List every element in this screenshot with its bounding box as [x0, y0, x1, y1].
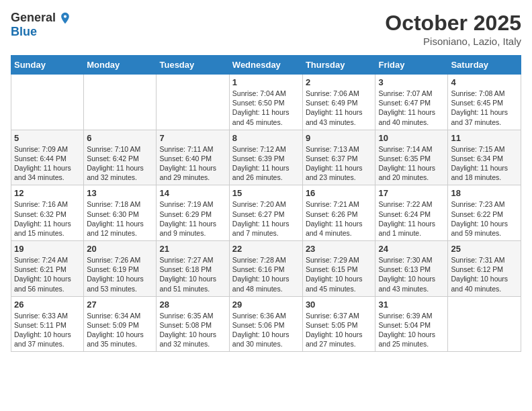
day-number: 4 — [451, 77, 518, 87]
calendar-cell: 3Sunrise: 7:07 AMSunset: 6:47 PMDaylight… — [375, 75, 448, 130]
day-number: 21 — [159, 244, 226, 254]
calendar-cell — [84, 75, 157, 130]
calendar-cell: 17Sunrise: 7:22 AMSunset: 6:24 PMDayligh… — [375, 185, 448, 241]
day-info: Sunrise: 7:16 AMSunset: 6:32 PMDaylight:… — [14, 199, 81, 238]
calendar-cell: 12Sunrise: 7:16 AMSunset: 6:32 PMDayligh… — [11, 185, 84, 241]
day-info: Sunrise: 7:18 AMSunset: 6:30 PMDaylight:… — [87, 199, 153, 238]
day-number: 23 — [306, 244, 373, 254]
logo-blue: Blue — [11, 25, 37, 39]
calendar-cell: 20Sunrise: 7:26 AMSunset: 6:19 PMDayligh… — [84, 241, 157, 297]
page-header: General Blue October 2025 Pisoniano, Laz… — [11, 11, 521, 47]
calendar-cell: 14Sunrise: 7:19 AMSunset: 6:29 PMDayligh… — [157, 185, 229, 241]
calendar-cell: 2Sunrise: 7:06 AMSunset: 6:49 PMDaylight… — [302, 75, 375, 130]
calendar-cell: 21Sunrise: 7:27 AMSunset: 6:18 PMDayligh… — [157, 241, 229, 297]
day-number: 27 — [87, 300, 153, 310]
logo: General Blue — [11, 11, 72, 39]
day-number: 3 — [378, 77, 445, 87]
day-number: 30 — [306, 300, 373, 310]
calendar-week-4: 19Sunrise: 7:24 AMSunset: 6:21 PMDayligh… — [11, 241, 521, 297]
day-info: Sunrise: 7:21 AMSunset: 6:26 PMDaylight:… — [306, 199, 373, 238]
calendar-cell: 30Sunrise: 6:37 AMSunset: 5:05 PMDayligh… — [302, 296, 375, 352]
day-number: 19 — [14, 244, 81, 254]
day-number: 24 — [378, 244, 445, 254]
day-info: Sunrise: 6:36 AMSunset: 5:06 PMDaylight:… — [232, 311, 300, 349]
day-number: 18 — [451, 188, 518, 198]
day-number: 14 — [159, 188, 226, 198]
day-info: Sunrise: 7:13 AMSunset: 6:37 PMDaylight:… — [306, 144, 373, 183]
day-number: 28 — [159, 300, 226, 310]
day-info: Sunrise: 6:37 AMSunset: 5:05 PMDaylight:… — [306, 311, 373, 349]
day-number: 7 — [159, 133, 226, 143]
calendar-cell: 26Sunrise: 6:33 AMSunset: 5:11 PMDayligh… — [11, 296, 84, 352]
calendar-cell: 29Sunrise: 6:36 AMSunset: 5:06 PMDayligh… — [229, 296, 302, 352]
calendar-cell: 23Sunrise: 7:29 AMSunset: 6:15 PMDayligh… — [302, 241, 375, 297]
weekday-header-tuesday: Tuesday — [157, 56, 229, 75]
calendar-cell: 7Sunrise: 7:11 AMSunset: 6:40 PMDaylight… — [157, 130, 229, 185]
logo-icon — [58, 11, 72, 25]
calendar-cell: 8Sunrise: 7:12 AMSunset: 6:39 PMDaylight… — [229, 130, 302, 185]
calendar-cell: 31Sunrise: 6:39 AMSunset: 5:04 PMDayligh… — [375, 296, 448, 352]
day-info: Sunrise: 7:04 AMSunset: 6:50 PMDaylight:… — [232, 89, 300, 127]
calendar-cell: 16Sunrise: 7:21 AMSunset: 6:26 PMDayligh… — [302, 185, 375, 241]
calendar-cell: 28Sunrise: 6:35 AMSunset: 5:08 PMDayligh… — [157, 296, 229, 352]
day-number: 1 — [232, 77, 300, 87]
day-info: Sunrise: 7:22 AMSunset: 6:24 PMDaylight:… — [378, 199, 445, 238]
day-info: Sunrise: 6:33 AMSunset: 5:11 PMDaylight:… — [14, 311, 81, 349]
calendar-cell: 10Sunrise: 7:14 AMSunset: 6:35 PMDayligh… — [375, 130, 448, 185]
day-info: Sunrise: 7:29 AMSunset: 6:15 PMDaylight:… — [306, 255, 373, 293]
weekday-header-monday: Monday — [84, 56, 157, 75]
weekday-header-saturday: Saturday — [448, 56, 521, 75]
day-number: 13 — [87, 188, 153, 198]
day-number: 17 — [378, 188, 445, 198]
day-info: Sunrise: 6:35 AMSunset: 5:08 PMDaylight:… — [159, 311, 226, 349]
day-number: 6 — [87, 133, 153, 143]
calendar-week-3: 12Sunrise: 7:16 AMSunset: 6:32 PMDayligh… — [11, 185, 521, 241]
weekday-header-friday: Friday — [375, 56, 448, 75]
day-number: 26 — [14, 300, 81, 310]
day-number: 11 — [451, 133, 518, 143]
weekday-header-sunday: Sunday — [11, 56, 84, 75]
day-info: Sunrise: 7:09 AMSunset: 6:44 PMDaylight:… — [14, 144, 81, 183]
month-title: October 2025 — [385, 11, 521, 36]
day-number: 29 — [232, 300, 300, 310]
day-info: Sunrise: 7:30 AMSunset: 6:13 PMDaylight:… — [378, 255, 445, 293]
calendar-cell: 6Sunrise: 7:10 AMSunset: 6:42 PMDaylight… — [84, 130, 157, 185]
day-number: 22 — [232, 244, 300, 254]
day-info: Sunrise: 7:20 AMSunset: 6:27 PMDaylight:… — [232, 199, 300, 238]
weekday-header-wednesday: Wednesday — [229, 56, 302, 75]
day-info: Sunrise: 7:14 AMSunset: 6:35 PMDaylight:… — [378, 144, 445, 183]
day-number: 16 — [306, 188, 373, 198]
day-info: Sunrise: 7:26 AMSunset: 6:19 PMDaylight:… — [87, 255, 153, 293]
logo-general: General — [11, 11, 56, 25]
calendar-week-5: 26Sunrise: 6:33 AMSunset: 5:11 PMDayligh… — [11, 296, 521, 352]
calendar-cell: 15Sunrise: 7:20 AMSunset: 6:27 PMDayligh… — [229, 185, 302, 241]
calendar-cell: 19Sunrise: 7:24 AMSunset: 6:21 PMDayligh… — [11, 241, 84, 297]
day-number: 20 — [87, 244, 153, 254]
day-info: Sunrise: 7:24 AMSunset: 6:21 PMDaylight:… — [14, 255, 81, 293]
weekday-header-row: SundayMondayTuesdayWednesdayThursdayFrid… — [11, 56, 521, 75]
day-info: Sunrise: 7:19 AMSunset: 6:29 PMDaylight:… — [159, 199, 226, 238]
day-number: 10 — [378, 133, 445, 143]
day-info: Sunrise: 7:23 AMSunset: 6:22 PMDaylight:… — [451, 199, 518, 238]
day-number: 8 — [232, 133, 300, 143]
day-info: Sunrise: 6:34 AMSunset: 5:09 PMDaylight:… — [87, 311, 153, 349]
day-number: 12 — [14, 188, 81, 198]
day-info: Sunrise: 7:07 AMSunset: 6:47 PMDaylight:… — [378, 89, 445, 127]
calendar-cell: 13Sunrise: 7:18 AMSunset: 6:30 PMDayligh… — [84, 185, 157, 241]
day-info: Sunrise: 7:12 AMSunset: 6:39 PMDaylight:… — [232, 144, 300, 183]
day-info: Sunrise: 6:39 AMSunset: 5:04 PMDaylight:… — [378, 311, 445, 349]
calendar: SundayMondayTuesdayWednesdayThursdayFrid… — [11, 55, 521, 352]
weekday-header-thursday: Thursday — [302, 56, 375, 75]
location: Pisoniano, Lazio, Italy — [385, 36, 521, 47]
day-number: 2 — [306, 77, 373, 87]
calendar-cell: 1Sunrise: 7:04 AMSunset: 6:50 PMDaylight… — [229, 75, 302, 130]
day-info: Sunrise: 7:11 AMSunset: 6:40 PMDaylight:… — [159, 144, 226, 183]
calendar-cell — [11, 75, 84, 130]
day-number: 15 — [232, 188, 300, 198]
calendar-cell: 25Sunrise: 7:31 AMSunset: 6:12 PMDayligh… — [448, 241, 521, 297]
calendar-cell: 4Sunrise: 7:08 AMSunset: 6:45 PMDaylight… — [448, 75, 521, 130]
calendar-cell: 18Sunrise: 7:23 AMSunset: 6:22 PMDayligh… — [448, 185, 521, 241]
calendar-week-2: 5Sunrise: 7:09 AMSunset: 6:44 PMDaylight… — [11, 130, 521, 185]
day-info: Sunrise: 7:31 AMSunset: 6:12 PMDaylight:… — [451, 255, 518, 293]
day-info: Sunrise: 7:06 AMSunset: 6:49 PMDaylight:… — [306, 89, 373, 127]
